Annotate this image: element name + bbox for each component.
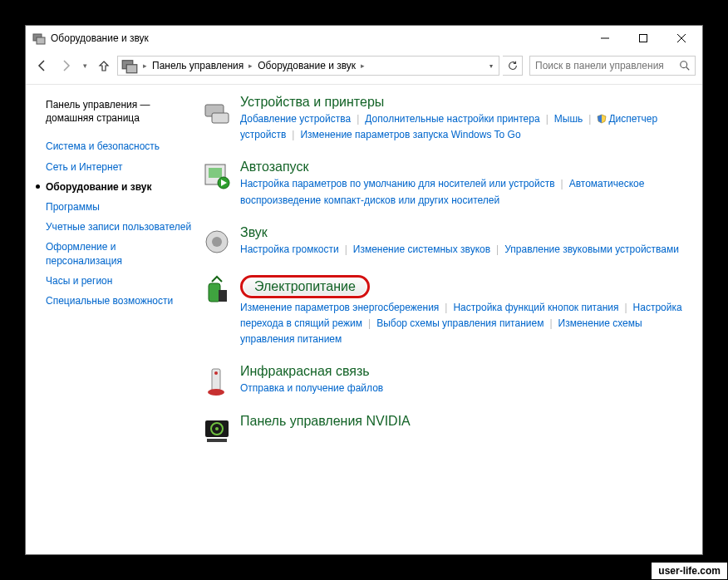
link-separator: | [588, 113, 591, 125]
svg-rect-11 [212, 113, 229, 123]
category-links: Отправка и получение файлов [240, 381, 692, 396]
refresh-button[interactable] [503, 56, 523, 76]
category-icon [200, 95, 234, 128]
search-icon[interactable] [675, 60, 695, 71]
sidebar: Панель управления — домашняя страница Си… [26, 95, 200, 554]
svg-line-9 [686, 67, 690, 71]
link-separator: | [546, 113, 548, 125]
svg-rect-19 [219, 290, 227, 302]
window-title: Оборудование и звук [51, 32, 149, 44]
minimize-button[interactable] [586, 26, 624, 51]
task-link[interactable]: Изменение системных звуков [353, 243, 490, 255]
link-separator: | [561, 178, 563, 189]
sidebar-item[interactable]: Оформление и персонализация [46, 237, 194, 270]
control-panel-window: Оборудование и звук ▾ ▸ Панель управлени… [25, 25, 703, 555]
task-link[interactable]: Изменение параметров запуска Windows To … [300, 129, 520, 140]
sidebar-home-link[interactable]: Панель управления — домашняя страница [46, 95, 194, 128]
search-box[interactable] [529, 56, 696, 76]
watermark-badge: user-life.com [651, 562, 728, 580]
svg-point-22 [214, 371, 218, 375]
task-link[interactable]: Управление звуковыми устройствами [504, 243, 679, 255]
shield-icon [597, 113, 607, 123]
category-icon [200, 160, 234, 193]
task-link[interactable]: Добавление устройства [240, 113, 351, 125]
category-links: Добавление устройства|Дополнительные нас… [240, 111, 692, 143]
category-links: Изменение параметров энергосбережения|На… [240, 300, 692, 348]
category: Устройства и принтерыДобавление устройст… [200, 95, 692, 143]
category-heading[interactable]: Автозапуск [240, 160, 308, 174]
search-input[interactable] [530, 60, 675, 71]
category-links: Настройка параметров по умолчанию для но… [240, 176, 692, 208]
category-heading[interactable]: Панель управления NVIDIA [240, 414, 411, 429]
maximize-button[interactable] [624, 26, 662, 51]
address-bar[interactable]: ▸ Панель управления ▸ Оборудование и зву… [117, 56, 499, 76]
category-icon [200, 364, 234, 397]
sidebar-item[interactable]: Оборудование и звук [46, 177, 194, 197]
category-heading[interactable]: Электропитание [240, 275, 370, 298]
category-heading[interactable]: Звук [240, 225, 268, 240]
svg-rect-1 [37, 37, 45, 44]
forward-button[interactable] [56, 56, 76, 76]
breadcrumb-sep-icon: ▸ [247, 61, 254, 70]
breadcrumb-current[interactable]: Оборудование и звук [254, 60, 359, 71]
category: АвтозапускНастройка параметров по умолча… [200, 160, 692, 208]
link-separator: | [445, 302, 447, 313]
svg-rect-18 [209, 283, 220, 302]
link-separator: | [496, 243, 499, 255]
category-icon [200, 275, 234, 308]
svg-point-17 [212, 237, 222, 247]
svg-point-25 [215, 427, 219, 430]
task-link[interactable]: Мышь [554, 113, 583, 125]
svg-point-21 [208, 389, 224, 396]
svg-rect-26 [207, 439, 227, 442]
task-link[interactable]: Дополнительные настройки принтера [365, 113, 539, 125]
toolbar-divider [26, 84, 702, 85]
category-links: Настройка громкости|Изменение системных … [240, 242, 692, 258]
sidebar-item[interactable]: Система и безопасность [46, 136, 194, 156]
category: Панель управления NVIDIA [200, 414, 692, 447]
task-link[interactable]: Изменение параметров энергосбережения [240, 302, 439, 313]
category: ЭлектропитаниеИзменение параметров энерг… [200, 275, 692, 348]
svg-point-8 [681, 61, 687, 68]
back-button[interactable] [32, 56, 52, 76]
address-dropdown-icon[interactable]: ▾ [484, 62, 499, 70]
task-link[interactable]: Выбор схемы управления питанием [376, 317, 544, 329]
link-separator: | [624, 302, 627, 313]
sidebar-item[interactable]: Специальные возможности [46, 291, 194, 311]
sidebar-item[interactable]: Учетные записи пользователей [46, 217, 194, 237]
link-separator: | [345, 243, 347, 255]
category-heading[interactable]: Устройства и принтеры [240, 95, 384, 110]
location-icon [121, 57, 138, 74]
titlebar: Оборудование и звук [26, 26, 702, 51]
category-heading[interactable]: Инфракрасная связь [240, 364, 370, 379]
up-button[interactable] [94, 56, 114, 76]
window-icon [32, 32, 46, 45]
task-link[interactable]: Отправка и получение файлов [240, 382, 383, 394]
task-link[interactable]: Настройка параметров по умолчанию для но… [240, 178, 555, 189]
svg-rect-3 [640, 35, 647, 42]
breadcrumb-root[interactable]: Панель управления [149, 60, 247, 71]
sidebar-item[interactable]: Сеть и Интернет [46, 157, 194, 177]
category: Инфракрасная связьОтправка и получение ф… [200, 364, 692, 397]
task-link[interactable]: Настройка функций кнопок питания [453, 302, 618, 313]
breadcrumb-sep-icon: ▸ [141, 61, 149, 70]
sidebar-item[interactable]: Программы [46, 197, 194, 217]
category-icon [200, 225, 234, 258]
recent-dropdown[interactable]: ▾ [79, 56, 91, 76]
breadcrumb-sep-icon: ▸ [359, 61, 366, 70]
link-separator: | [549, 317, 552, 329]
sidebar-item[interactable]: Часы и регион [46, 271, 194, 291]
link-separator: | [292, 129, 294, 140]
close-button[interactable] [662, 26, 701, 51]
svg-rect-13 [209, 168, 222, 178]
main-content: Устройства и принтерыДобавление устройст… [200, 95, 702, 554]
link-separator: | [357, 113, 359, 125]
navigation-bar: ▾ ▸ Панель управления ▸ Оборудование и з… [26, 51, 702, 81]
svg-rect-7 [126, 65, 137, 73]
task-link[interactable]: Настройка громкости [240, 243, 339, 255]
link-separator: | [368, 317, 371, 329]
category-icon [200, 414, 234, 447]
category: ЗвукНастройка громкости|Изменение систем… [200, 225, 692, 258]
